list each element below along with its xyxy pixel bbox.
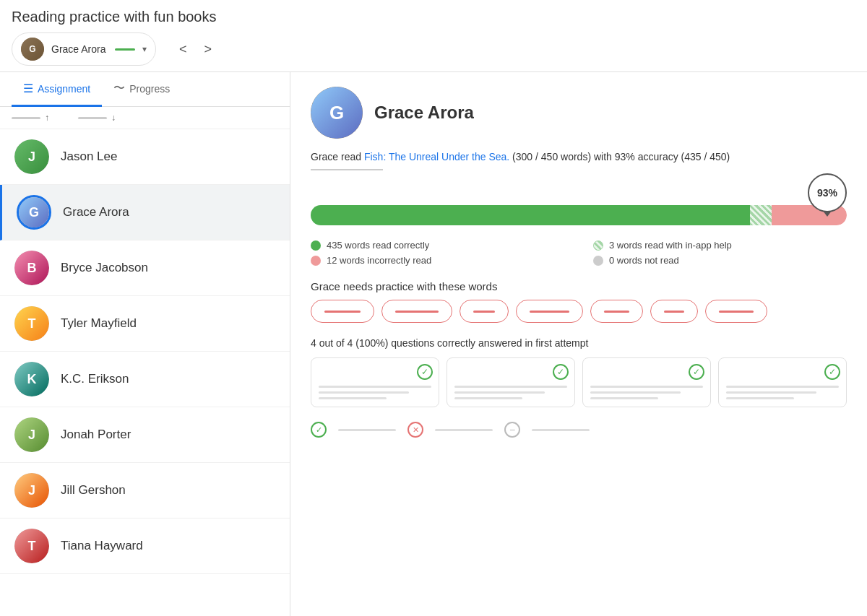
profile-avatar: G	[311, 87, 363, 139]
avatar: J	[14, 139, 49, 174]
header: Reading practice with fun books G Grace …	[0, 0, 867, 72]
card-line	[590, 391, 681, 394]
student-name: Grace Arora	[63, 205, 129, 220]
status-row: ✓ ✕ −	[311, 422, 847, 438]
student-name: Bryce Jacobson	[61, 261, 148, 275]
avatar: J	[14, 417, 49, 452]
word-chip[interactable]	[650, 300, 698, 323]
question-card: ✓	[447, 357, 575, 407]
tab-progress[interactable]: 〜 Progress	[102, 72, 181, 107]
card-line	[319, 391, 409, 394]
accuracy-bubble: 93%	[808, 173, 847, 212]
questions-summary: 4 out of 4 (100%) questions correctly an…	[311, 337, 847, 349]
student-name: Tyler Mayfield	[61, 316, 137, 331]
card-line	[590, 386, 703, 388]
student-item[interactable]: T Tiana Hayward	[0, 519, 290, 574]
practice-words	[311, 300, 847, 323]
student-name: Tiana Hayward	[61, 539, 143, 553]
student-name: Jonah Porter	[61, 428, 131, 442]
legend-dot-gray	[593, 256, 603, 266]
dropdown-avatar: G	[21, 38, 44, 61]
tab-progress-label: Progress	[129, 83, 170, 95]
chevron-down-icon: ▾	[142, 44, 147, 54]
main-content: ☰ Assignment 〜 Progress ↑ ↓	[0, 72, 867, 616]
sort-line-desc	[78, 117, 107, 119]
question-cards: ✓ ✓ ✓	[311, 357, 847, 407]
word-chip[interactable]	[460, 300, 509, 323]
card-line	[726, 391, 816, 394]
student-item[interactable]: B Bryce Jacobson	[0, 240, 290, 296]
status-check-icon: ✓	[311, 422, 327, 438]
legend-text: 435 words read correctly	[327, 240, 429, 251]
card-line	[319, 386, 431, 388]
word-chip[interactable]	[311, 300, 374, 323]
bar-striped	[750, 205, 772, 225]
student-name: K.C. Erikson	[61, 372, 129, 386]
reading-suffix: (300 / 450 words) with 93% accuracy (435…	[509, 151, 730, 162]
accuracy-container: 93%	[311, 205, 847, 225]
question-card: ✓	[718, 357, 847, 407]
sort-controls: ↑ ↓	[0, 107, 290, 129]
status-x-icon: ✕	[407, 422, 423, 438]
legend-text: 3 words read with in-app help	[609, 240, 732, 251]
student-item[interactable]: J Jason Lee	[0, 129, 290, 185]
student-item[interactable]: G Grace Arora	[0, 185, 290, 240]
avatar: T	[14, 306, 49, 341]
sort-desc-button[interactable]: ↓	[78, 113, 116, 123]
legend-item: 435 words read correctly	[311, 240, 564, 251]
avatar: J	[14, 473, 49, 508]
reading-prefix: Grace read	[311, 151, 364, 162]
word-chip[interactable]	[516, 300, 583, 323]
student-list: J Jason Lee G Grace Arora B Bryce Jacobs…	[0, 129, 290, 616]
right-panel: G Grace Arora Grace read Fish: The Unrea…	[290, 72, 867, 616]
card-line	[319, 397, 387, 399]
avatar: K	[14, 362, 49, 396]
avatar: T	[14, 529, 49, 563]
avatar: B	[14, 251, 49, 285]
question-card: ✓	[311, 357, 439, 407]
assignment-icon: ☰	[23, 82, 33, 95]
student-item[interactable]: J Jill Gershon	[0, 463, 290, 519]
nav-prev-button[interactable]: <	[173, 39, 193, 60]
progress-icon: 〜	[113, 81, 125, 96]
practice-section-title: Grace needs practice with these words	[311, 280, 847, 292]
status-dash-icon: −	[504, 422, 520, 438]
legend-text: 12 words incorrectly read	[327, 255, 431, 266]
student-item[interactable]: K K.C. Erikson	[0, 352, 290, 407]
student-item[interactable]: J Jonah Porter	[0, 407, 290, 463]
card-line	[726, 397, 794, 399]
student-item[interactable]: T Tyler Mayfield	[0, 296, 290, 352]
tabs-bar: ☰ Assignment 〜 Progress	[0, 72, 290, 107]
word-chip[interactable]	[705, 300, 767, 323]
sort-asc-button[interactable]: ↑	[12, 113, 49, 123]
student-selector: G Grace Arora ▾ < >	[12, 32, 855, 66]
student-name: Jill Gershon	[61, 483, 126, 498]
student-profile: G Grace Arora	[311, 87, 847, 139]
status-line	[338, 429, 396, 431]
card-line	[590, 397, 658, 399]
nav-arrows: < >	[173, 39, 217, 60]
progress-bar	[311, 205, 847, 225]
legend-dot-striped	[593, 240, 603, 251]
profile-name: Grace Arora	[374, 103, 474, 123]
reading-summary: Grace read Fish: The Unreal Under the Se…	[311, 149, 847, 165]
page-title: Reading practice with fun books	[12, 9, 855, 25]
card-line	[726, 386, 839, 388]
left-panel: ☰ Assignment 〜 Progress ↑ ↓	[0, 72, 290, 616]
legend-dot-red	[311, 256, 321, 266]
tab-assignment-label: Assignment	[38, 83, 90, 95]
tab-assignment[interactable]: ☰ Assignment	[12, 72, 102, 107]
nav-next-button[interactable]: >	[199, 39, 218, 60]
summary-divider	[311, 169, 383, 170]
word-chip[interactable]	[590, 300, 643, 323]
sort-desc-icon: ↓	[111, 113, 116, 123]
legend-item: 12 words incorrectly read	[311, 255, 564, 266]
book-link[interactable]: Fish: The Unreal Under the Sea.	[364, 151, 509, 162]
card-line	[454, 397, 522, 399]
status-line	[435, 429, 493, 431]
student-dropdown[interactable]: G Grace Arora ▾	[12, 32, 156, 66]
legend: 435 words read correctly 3 words read wi…	[311, 240, 847, 266]
bar-green	[311, 205, 750, 225]
legend-item: 3 words read with in-app help	[593, 240, 847, 251]
word-chip[interactable]	[381, 300, 452, 323]
